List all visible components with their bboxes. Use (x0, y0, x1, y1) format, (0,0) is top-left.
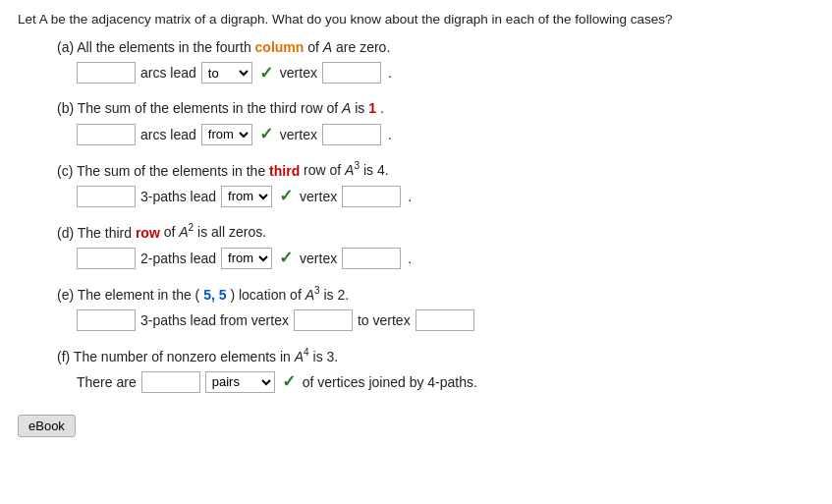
part-a-dropdown[interactable]: to from (201, 62, 252, 84)
part-d-label: (d) (57, 224, 78, 240)
part-a-check-icon: ✓ (259, 63, 273, 84)
part-b: (b) The sum of the elements in the third… (18, 97, 814, 144)
part-b-after: . (380, 100, 384, 116)
part-f-text: (f) The number of nonzero elements in A4… (57, 345, 814, 367)
part-d-path-label: 2-paths lead (140, 251, 216, 266)
part-f-check-icon: ✓ (282, 371, 296, 392)
part-f: (f) The number of nonzero elements in A4… (18, 345, 814, 393)
part-e-label: (e) (57, 287, 78, 303)
part-c-input-count[interactable] (77, 186, 136, 207)
part-f-before: The number of nonzero elements in A4 is … (74, 349, 338, 364)
part-e-before: The element in the ( (78, 287, 200, 303)
part-c-answer-row: 3-paths lead from to ✓ vertex . (77, 186, 814, 207)
part-f-input-count[interactable] (141, 371, 200, 393)
part-e-answer-row: 3-paths lead from vertex to vertex (77, 309, 814, 331)
part-b-path-label: arcs lead (140, 127, 196, 142)
part-d-text: (d) The third row of A2 is all zeros. (57, 221, 814, 244)
part-f-dropdown[interactable]: pairs vertices (205, 371, 275, 393)
part-c-check-icon: ✓ (279, 186, 293, 206)
part-b-text: (b) The sum of the elements in the third… (57, 97, 814, 119)
part-c-before: The sum of the elements in the (77, 162, 269, 178)
part-b-before: The sum of the elements in the third row… (78, 100, 368, 116)
part-e-input-count[interactable] (77, 309, 136, 331)
part-d-before: The third (78, 224, 136, 240)
part-e-input-to[interactable] (416, 309, 474, 331)
part-d-check-icon: ✓ (279, 248, 293, 268)
part-a-vertex-label: vertex (280, 65, 317, 81)
part-b-check-icon: ✓ (259, 124, 273, 144)
part-d-highlight: row (136, 224, 160, 240)
part-c-dropdown[interactable]: from to (221, 186, 272, 207)
part-c-path-label: 3-paths lead (140, 189, 216, 204)
part-b-highlight: 1 (368, 100, 376, 116)
intro-text: Let A be the adjacency matrix of a digra… (18, 12, 814, 27)
part-a-after: of A are zero. (307, 39, 390, 55)
part-c-highlight: third (269, 162, 300, 178)
part-f-there-are: There are (77, 374, 137, 390)
part-d-vertex-label: vertex (300, 251, 337, 266)
part-e-after: ) location of A3 is 2. (230, 287, 349, 303)
ebook-button[interactable]: eBook (18, 415, 76, 437)
part-e-path-label: 3-paths lead from vertex (140, 312, 289, 328)
part-c-period: . (408, 189, 412, 204)
part-a-input-count[interactable] (77, 62, 136, 84)
part-a-label: (a) (57, 39, 77, 55)
part-b-period: . (388, 127, 392, 142)
part-a-before: All the elements in the fourth (77, 39, 254, 55)
part-f-suffix: of vertices joined by 4-paths. (303, 374, 477, 390)
part-d-after: of A2 is all zeros. (164, 224, 266, 240)
part-c-middle: row of A3 is 4. (304, 162, 389, 178)
part-c-input-vertex[interactable] (342, 186, 401, 207)
part-a-input-vertex[interactable] (322, 62, 381, 84)
part-c-text: (c) The sum of the elements in the third… (57, 159, 814, 182)
part-b-input-vertex[interactable] (322, 124, 381, 145)
part-f-label: (f) (57, 349, 74, 364)
part-b-input-count[interactable] (77, 124, 136, 145)
part-b-label: (b) (57, 100, 78, 116)
part-e-input-from[interactable] (294, 309, 353, 331)
part-f-answer-row: There are pairs vertices ✓ of vertices j… (77, 371, 814, 393)
part-c-label: (c) (57, 162, 77, 178)
part-d-input-count[interactable] (77, 248, 136, 269)
part-d-answer-row: 2-paths lead from to ✓ vertex . (77, 248, 814, 269)
part-d-period: . (408, 251, 412, 266)
part-a-text: (a) All the elements in the fourth colum… (57, 36, 814, 58)
part-a-path-label: arcs lead (140, 65, 196, 81)
part-e-to-label: to vertex (358, 312, 411, 328)
part-b-answer-row: arcs lead from to ✓ vertex . (77, 124, 814, 145)
part-c: (c) The sum of the elements in the third… (18, 159, 814, 207)
part-a: (a) All the elements in the fourth colum… (18, 36, 814, 84)
part-d-dropdown[interactable]: from to (221, 248, 272, 269)
part-e-highlight: 5, 5 (203, 287, 226, 303)
part-b-vertex-label: vertex (280, 127, 317, 142)
part-c-vertex-label: vertex (300, 189, 337, 204)
part-a-period: . (388, 65, 392, 81)
part-b-dropdown[interactable]: from to (201, 124, 252, 145)
part-e: (e) The element in the ( 5, 5 ) location… (18, 283, 814, 331)
part-d-input-vertex[interactable] (342, 248, 401, 269)
part-a-answer-row: arcs lead to from ✓ vertex . (77, 62, 814, 84)
part-e-text: (e) The element in the ( 5, 5 ) location… (57, 283, 814, 306)
part-a-highlight: column (255, 39, 305, 55)
part-d: (d) The third row of A2 is all zeros. 2-… (18, 221, 814, 269)
